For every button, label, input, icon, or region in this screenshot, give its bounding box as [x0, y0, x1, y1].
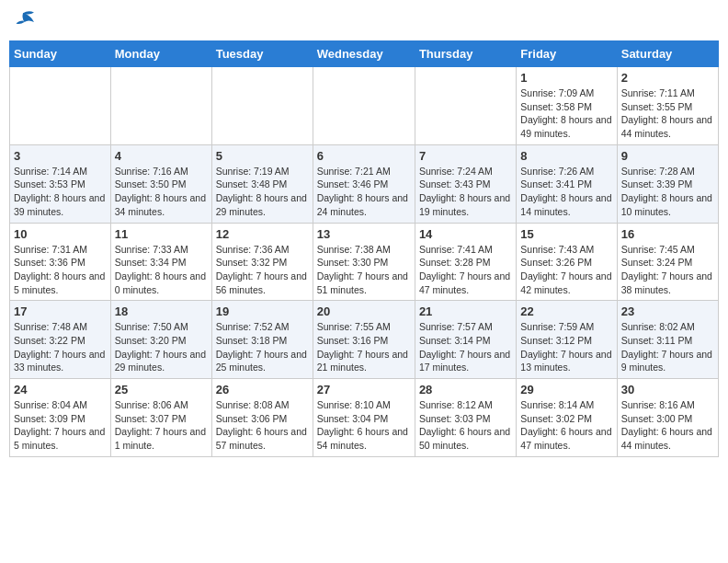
day-info: Sunrise: 7:36 AM Sunset: 3:32 PM Dayligh… [216, 243, 309, 297]
day-number: 22 [520, 304, 612, 318]
calendar-cell [415, 67, 516, 145]
calendar-cell [313, 67, 415, 145]
calendar-cell: 3Sunrise: 7:14 AM Sunset: 3:53 PM Daylig… [10, 144, 111, 223]
day-info: Sunrise: 7:11 AM Sunset: 3:55 PM Dayligh… [621, 86, 714, 141]
day-info: Sunrise: 7:41 AM Sunset: 3:28 PM Dayligh… [419, 243, 512, 297]
calendar-cell: 9Sunrise: 7:28 AM Sunset: 3:39 PM Daylig… [617, 144, 718, 223]
calendar-cell: 12Sunrise: 7:36 AM Sunset: 3:32 PM Dayli… [211, 223, 313, 301]
day-number: 18 [115, 304, 208, 318]
calendar-cell: 19Sunrise: 7:52 AM Sunset: 3:18 PM Dayli… [211, 301, 313, 379]
calendar-cell: 17Sunrise: 7:48 AM Sunset: 3:22 PM Dayli… [10, 301, 111, 379]
day-info: Sunrise: 7:16 AM Sunset: 3:50 PM Dayligh… [115, 165, 208, 219]
calendar-cell: 6Sunrise: 7:21 AM Sunset: 3:46 PM Daylig… [313, 144, 415, 223]
day-info: Sunrise: 7:14 AM Sunset: 3:53 PM Dayligh… [14, 165, 107, 219]
day-number: 5 [216, 149, 309, 163]
day-number: 19 [216, 304, 309, 318]
day-number: 8 [520, 149, 612, 163]
calendar-cell: 30Sunrise: 8:16 AM Sunset: 3:00 PM Dayli… [617, 379, 718, 457]
calendar-cell: 4Sunrise: 7:16 AM Sunset: 3:50 PM Daylig… [110, 144, 211, 223]
day-number: 29 [520, 383, 612, 396]
day-number: 10 [14, 227, 107, 241]
day-number: 7 [419, 149, 512, 163]
day-info: Sunrise: 8:02 AM Sunset: 3:11 PM Dayligh… [621, 320, 714, 374]
header-saturday: Saturday [617, 41, 718, 67]
day-info: Sunrise: 7:45 AM Sunset: 3:24 PM Dayligh… [621, 243, 714, 297]
header-monday: Monday [110, 41, 211, 67]
day-info: Sunrise: 7:09 AM Sunset: 3:58 PM Dayligh… [520, 86, 612, 141]
day-number: 6 [317, 149, 411, 163]
day-info: Sunrise: 8:06 AM Sunset: 3:07 PM Dayligh… [115, 398, 208, 453]
header-friday: Friday [517, 41, 617, 67]
page-header [9, 9, 719, 33]
day-info: Sunrise: 7:24 AM Sunset: 3:43 PM Dayligh… [419, 165, 512, 219]
calendar-table: Sunday Monday Tuesday Wednesday Thursday… [9, 40, 719, 457]
day-number: 24 [14, 383, 107, 396]
day-info: Sunrise: 7:21 AM Sunset: 3:46 PM Dayligh… [317, 165, 411, 219]
calendar-cell [10, 67, 111, 145]
calendar-header-row: Sunday Monday Tuesday Wednesday Thursday… [10, 41, 719, 67]
calendar-cell: 1Sunrise: 7:09 AM Sunset: 3:58 PM Daylig… [517, 67, 617, 145]
day-info: Sunrise: 8:14 AM Sunset: 3:02 PM Dayligh… [520, 398, 612, 453]
day-info: Sunrise: 7:38 AM Sunset: 3:30 PM Dayligh… [317, 243, 411, 297]
header-thursday: Thursday [415, 41, 516, 67]
calendar-cell: 18Sunrise: 7:50 AM Sunset: 3:20 PM Dayli… [110, 301, 211, 379]
calendar-cell: 27Sunrise: 8:10 AM Sunset: 3:04 PM Dayli… [313, 379, 415, 457]
day-info: Sunrise: 7:28 AM Sunset: 3:39 PM Dayligh… [621, 165, 714, 219]
calendar-cell: 26Sunrise: 8:08 AM Sunset: 3:06 PM Dayli… [211, 379, 313, 457]
day-info: Sunrise: 7:33 AM Sunset: 3:34 PM Dayligh… [115, 243, 208, 297]
day-number: 20 [317, 304, 411, 318]
header-wednesday: Wednesday [313, 41, 415, 67]
day-number: 14 [419, 227, 512, 241]
calendar-cell: 2Sunrise: 7:11 AM Sunset: 3:55 PM Daylig… [617, 67, 718, 145]
day-info: Sunrise: 7:19 AM Sunset: 3:48 PM Dayligh… [216, 165, 309, 219]
calendar-cell: 8Sunrise: 7:26 AM Sunset: 3:41 PM Daylig… [517, 144, 617, 223]
logo [9, 9, 40, 33]
header-sunday: Sunday [10, 41, 111, 67]
day-number: 28 [419, 383, 512, 396]
calendar-cell [211, 67, 313, 145]
calendar-cell: 11Sunrise: 7:33 AM Sunset: 3:34 PM Dayli… [110, 223, 211, 301]
calendar-cell: 21Sunrise: 7:57 AM Sunset: 3:14 PM Dayli… [415, 301, 516, 379]
calendar-cell: 25Sunrise: 8:06 AM Sunset: 3:07 PM Dayli… [110, 379, 211, 457]
day-info: Sunrise: 8:16 AM Sunset: 3:00 PM Dayligh… [621, 398, 714, 453]
day-number: 26 [216, 383, 309, 396]
day-info: Sunrise: 7:48 AM Sunset: 3:22 PM Dayligh… [14, 320, 107, 374]
day-number: 2 [621, 71, 714, 85]
day-info: Sunrise: 7:55 AM Sunset: 3:16 PM Dayligh… [317, 320, 411, 374]
day-info: Sunrise: 7:26 AM Sunset: 3:41 PM Dayligh… [520, 165, 612, 219]
day-number: 12 [216, 227, 309, 241]
day-info: Sunrise: 7:50 AM Sunset: 3:20 PM Dayligh… [115, 320, 208, 374]
day-number: 1 [520, 71, 612, 85]
day-info: Sunrise: 8:10 AM Sunset: 3:04 PM Dayligh… [317, 398, 411, 453]
day-number: 17 [14, 304, 107, 318]
calendar-cell: 7Sunrise: 7:24 AM Sunset: 3:43 PM Daylig… [415, 144, 516, 223]
calendar-cell: 29Sunrise: 8:14 AM Sunset: 3:02 PM Dayli… [517, 379, 617, 457]
header-tuesday: Tuesday [211, 41, 313, 67]
day-number: 11 [115, 227, 208, 241]
calendar-cell: 16Sunrise: 7:45 AM Sunset: 3:24 PM Dayli… [617, 223, 718, 301]
calendar-cell: 24Sunrise: 8:04 AM Sunset: 3:09 PM Dayli… [10, 379, 111, 457]
day-number: 3 [14, 149, 107, 163]
day-number: 4 [115, 149, 208, 163]
day-number: 21 [419, 304, 512, 318]
logo-bird-icon [9, 9, 37, 29]
calendar-cell: 14Sunrise: 7:41 AM Sunset: 3:28 PM Dayli… [415, 223, 516, 301]
calendar-cell: 28Sunrise: 8:12 AM Sunset: 3:03 PM Dayli… [415, 379, 516, 457]
day-info: Sunrise: 8:12 AM Sunset: 3:03 PM Dayligh… [419, 398, 512, 453]
calendar-cell: 20Sunrise: 7:55 AM Sunset: 3:16 PM Dayli… [313, 301, 415, 379]
calendar-cell: 5Sunrise: 7:19 AM Sunset: 3:48 PM Daylig… [211, 144, 313, 223]
calendar-cell: 22Sunrise: 7:59 AM Sunset: 3:12 PM Dayli… [517, 301, 617, 379]
calendar-cell: 15Sunrise: 7:43 AM Sunset: 3:26 PM Dayli… [517, 223, 617, 301]
day-number: 23 [621, 304, 714, 318]
day-number: 16 [621, 227, 714, 241]
day-number: 25 [115, 383, 208, 396]
calendar-cell: 23Sunrise: 8:02 AM Sunset: 3:11 PM Dayli… [617, 301, 718, 379]
calendar-cell: 13Sunrise: 7:38 AM Sunset: 3:30 PM Dayli… [313, 223, 415, 301]
calendar-cell: 10Sunrise: 7:31 AM Sunset: 3:36 PM Dayli… [10, 223, 111, 301]
day-number: 15 [520, 227, 612, 241]
day-info: Sunrise: 8:08 AM Sunset: 3:06 PM Dayligh… [216, 398, 309, 453]
day-info: Sunrise: 7:43 AM Sunset: 3:26 PM Dayligh… [520, 243, 612, 297]
day-number: 13 [317, 227, 411, 241]
day-info: Sunrise: 7:52 AM Sunset: 3:18 PM Dayligh… [216, 320, 309, 374]
day-info: Sunrise: 7:57 AM Sunset: 3:14 PM Dayligh… [419, 320, 512, 374]
